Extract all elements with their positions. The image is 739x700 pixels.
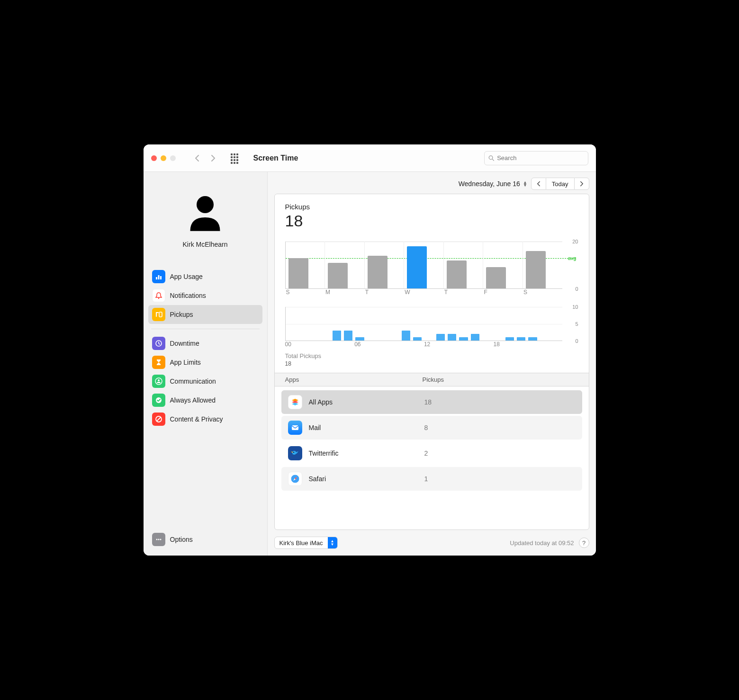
- app-row-mail[interactable]: Mail 8: [281, 416, 582, 440]
- sidebar-item-app-limits[interactable]: App Limits: [148, 353, 262, 372]
- chart-bar-icon: [152, 270, 165, 283]
- hour-x-axis: 00061218: [285, 341, 578, 348]
- hour-bar[interactable]: [459, 337, 468, 341]
- svg-line-13: [157, 417, 161, 421]
- week-x-axis: SMTWTFS: [285, 289, 578, 296]
- week-bar[interactable]: [368, 256, 388, 288]
- svg-rect-4: [158, 275, 159, 279]
- sidebar-item-options[interactable]: Options: [148, 530, 262, 549]
- sidebar-item-label: Pickups: [170, 311, 193, 318]
- app-row-twitterrific[interactable]: Twitterrific 2: [281, 441, 582, 465]
- device-label: Kirk's Blue iMac: [279, 539, 323, 547]
- stepper-chevrons-icon: ▲▼: [328, 537, 337, 548]
- hour-bar[interactable]: [344, 331, 352, 341]
- minimize-button[interactable]: [161, 155, 166, 161]
- hour-bar[interactable]: [402, 331, 410, 341]
- week-bar[interactable]: [526, 251, 546, 288]
- apps-table-header: Apps Pickups: [275, 373, 589, 386]
- hour-bar[interactable]: [333, 331, 341, 341]
- updated-label: Updated today at 09:52: [510, 539, 574, 547]
- app-row-safari[interactable]: Safari 1: [281, 467, 582, 491]
- pickup-icon: [152, 308, 165, 321]
- sidebar-item-communication[interactable]: Communication: [148, 372, 262, 391]
- device-picker[interactable]: Kirk's Blue iMac ▲▼: [274, 537, 338, 549]
- hour-bar[interactable]: [355, 337, 364, 341]
- help-button[interactable]: ?: [579, 538, 589, 548]
- hour-bar[interactable]: [505, 337, 514, 341]
- search-field[interactable]: [484, 151, 588, 165]
- help-icon: ?: [582, 539, 586, 547]
- pickups-title: Pickups: [285, 203, 578, 211]
- checkmark-seal-icon: [152, 394, 165, 407]
- pickups-value: 18: [285, 212, 578, 230]
- app-count: 8: [424, 424, 576, 431]
- sidebar-list: App Usage Notifications Pickups: [148, 267, 262, 429]
- th-apps: Apps: [285, 376, 423, 383]
- hour-bar[interactable]: [448, 334, 456, 341]
- hour-bar[interactable]: [528, 337, 537, 341]
- stack-icon: [288, 395, 302, 409]
- all-prefs-icon[interactable]: [231, 153, 240, 163]
- screen-time-window: Screen Time Kirk McElhearn App Usag: [144, 144, 596, 556]
- sidebar-divider: [151, 329, 260, 329]
- hour-bar[interactable]: [436, 334, 445, 341]
- svg-point-2: [197, 196, 214, 213]
- svg-point-10: [158, 379, 160, 381]
- week-bar[interactable]: [288, 258, 308, 288]
- sidebar-item-notifications[interactable]: Notifications: [148, 286, 262, 305]
- nav-back-button[interactable]: [191, 152, 203, 164]
- next-day-button[interactable]: [574, 178, 589, 190]
- svg-point-0: [489, 155, 493, 159]
- app-name: Mail: [309, 424, 418, 431]
- svg-rect-17: [292, 425, 298, 430]
- user-avatar-block: Kirk McElhearn: [148, 179, 262, 255]
- hour-y-axis: 0510: [562, 307, 578, 341]
- sidebar-item-downtime[interactable]: Downtime: [148, 334, 262, 353]
- sidebar-item-label: Options: [170, 536, 193, 543]
- hourly-pickups-chart[interactable]: 0510: [285, 307, 578, 341]
- week-bar[interactable]: [407, 246, 427, 288]
- svg-point-6: [158, 298, 159, 299]
- nav-forward-button[interactable]: [207, 152, 219, 164]
- search-input[interactable]: [497, 154, 584, 162]
- bird-icon: [288, 446, 302, 460]
- date-nav: Wednesday, June 16 ▲▼ Today: [274, 178, 589, 190]
- svg-point-15: [158, 539, 159, 540]
- sidebar-item-always-allowed[interactable]: Always Allowed: [148, 391, 262, 410]
- hour-bar[interactable]: [517, 337, 525, 341]
- sidebar-item-label: Notifications: [170, 292, 206, 299]
- prev-day-button[interactable]: [531, 178, 546, 190]
- today-label: Today: [552, 180, 568, 188]
- sidebar-item-pickups[interactable]: Pickups: [148, 305, 262, 324]
- zoom-button[interactable]: [170, 155, 176, 161]
- app-name: All Apps: [309, 398, 418, 406]
- bell-icon: [152, 289, 165, 302]
- sidebar-item-app-usage[interactable]: App Usage: [148, 267, 262, 286]
- footer: Kirk's Blue iMac ▲▼ Updated today at 09:…: [274, 537, 589, 549]
- close-button[interactable]: [151, 155, 157, 161]
- hour-bar[interactable]: [471, 334, 479, 341]
- sidebar-item-content-privacy[interactable]: Content & Privacy: [148, 410, 262, 429]
- avatar-icon: [184, 192, 226, 234]
- pickups-panel: Pickups 18 avg 020 SMTWTFS 0510 000: [274, 194, 589, 530]
- app-name: Safari: [309, 475, 418, 483]
- app-row-all-apps[interactable]: All Apps 18: [281, 390, 582, 414]
- clock-icon: [152, 337, 165, 350]
- safari-icon: [288, 472, 302, 486]
- today-button[interactable]: Today: [546, 178, 574, 190]
- sidebar-item-label: App Limits: [170, 359, 201, 366]
- sidebar-item-label: Always Allowed: [170, 396, 216, 404]
- week-bar[interactable]: [328, 263, 348, 288]
- date-label-text: Wednesday, June 16: [459, 180, 520, 188]
- hour-bar[interactable]: [413, 337, 422, 341]
- date-popup-button[interactable]: Wednesday, June 16 ▲▼: [459, 180, 527, 188]
- week-bar[interactable]: [447, 260, 467, 288]
- week-bar[interactable]: [486, 267, 506, 288]
- svg-point-14: [156, 539, 157, 540]
- weekly-pickups-chart[interactable]: avg 020: [285, 242, 578, 289]
- hourglass-icon: [152, 356, 165, 369]
- app-count: 18: [424, 398, 576, 406]
- search-icon: [488, 155, 495, 162]
- window-controls: [151, 155, 176, 161]
- total-pickups-label: Total Pickups: [285, 352, 578, 359]
